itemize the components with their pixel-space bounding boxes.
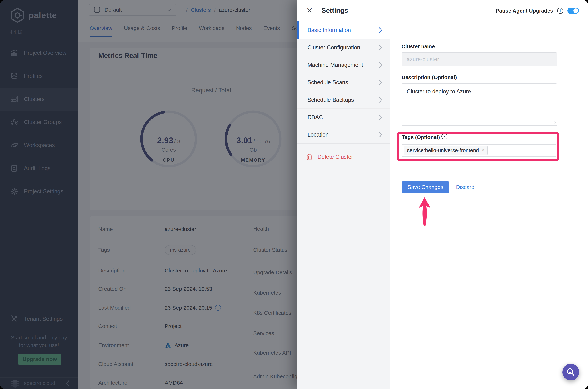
- settings-panel: ✕ Settings Pause Agent Upgrades i Basic …: [297, 0, 588, 389]
- info-icon[interactable]: i: [557, 8, 563, 14]
- discard-button[interactable]: Discard: [456, 181, 475, 193]
- chevron-right-icon: [379, 114, 382, 120]
- chevron-right-icon: [379, 97, 382, 103]
- pause-agent-upgrades-toggle[interactable]: [567, 8, 579, 14]
- settings-nav-cluster-configuration[interactable]: Cluster Configuration: [297, 39, 390, 56]
- remove-tag-icon[interactable]: ×: [481, 147, 484, 153]
- settings-nav-basic-information[interactable]: Basic Information: [297, 21, 390, 39]
- chevron-right-icon: [379, 62, 382, 68]
- tags-label: Tags (Optional): [402, 134, 440, 140]
- nav-divider: [297, 143, 390, 144]
- search-fab[interactable]: [562, 364, 579, 381]
- chevron-right-icon: [379, 45, 382, 51]
- cluster-name-label: Cluster name: [402, 44, 435, 50]
- pause-agent-upgrades-label: Pause Agent Upgrades: [496, 8, 553, 14]
- settings-nav: Basic Information Cluster Configuration …: [297, 21, 390, 389]
- settings-nav-schedule-scans[interactable]: Schedule Scans: [297, 74, 390, 91]
- settings-nav-machine-management[interactable]: Machine Management: [297, 56, 390, 74]
- settings-title: Settings: [322, 7, 348, 14]
- description-label: Description (Optional): [402, 74, 457, 80]
- cluster-name-input[interactable]: [402, 53, 557, 66]
- toggle-knob: [573, 8, 578, 13]
- app-window: palette 4.4.19 Project Overview Profiles: [0, 0, 588, 389]
- settings-nav-rbac[interactable]: RBAC: [297, 109, 390, 126]
- delete-cluster-button[interactable]: Delete Cluster: [306, 153, 353, 161]
- tag-chip: service:hello-universe-frontend ×: [404, 146, 487, 155]
- settings-nav-location[interactable]: Location: [297, 126, 390, 143]
- info-icon[interactable]: i: [442, 133, 447, 139]
- settings-header: ✕ Settings Pause Agent Upgrades i: [297, 0, 588, 21]
- save-changes-button[interactable]: Save Changes: [402, 181, 449, 193]
- description-textarea[interactable]: Cluster to deploy to Azure.: [402, 83, 557, 126]
- trash-icon: [306, 153, 312, 161]
- chevron-right-icon: [379, 132, 382, 138]
- settings-nav-schedule-backups[interactable]: Schedule Backups: [297, 91, 390, 109]
- form-divider: [402, 174, 575, 174]
- search-icon: [566, 367, 575, 377]
- chevron-right-icon: [379, 27, 382, 33]
- close-icon[interactable]: ✕: [306, 7, 313, 14]
- chevron-right-icon: [379, 80, 382, 85]
- tags-input[interactable]: service:hello-universe-frontend ×: [402, 144, 557, 157]
